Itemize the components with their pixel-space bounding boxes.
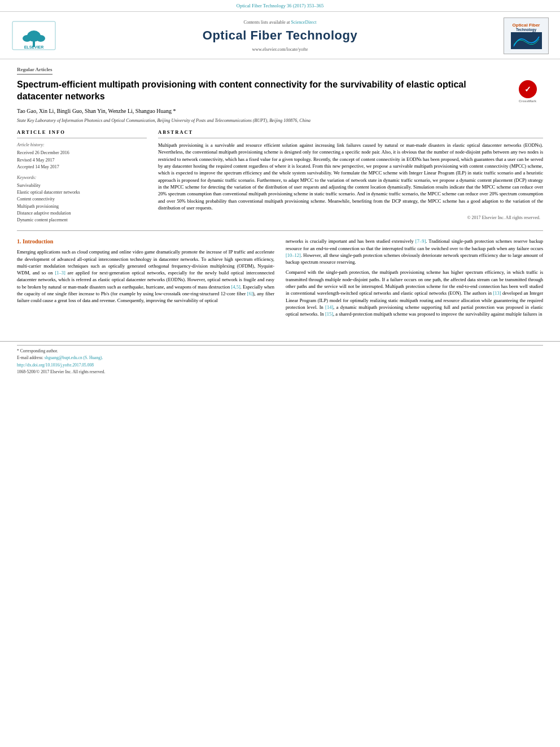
footer-section: * Corresponding author. E-mail address: … (0, 341, 560, 375)
article-info-header: ARTICLE INFO (17, 129, 147, 138)
keywords-label: Keywords: (17, 174, 147, 181)
ref-1-3[interactable]: [1–3] (55, 270, 65, 276)
svg-text:ELSEVIER: ELSEVIER (24, 45, 44, 49)
ref-7-9[interactable]: [7–9] (415, 238, 426, 244)
paper-title-area: Spectrum-efficient multipath provisionin… (17, 79, 543, 103)
keyword-4: Multipath provisioning (17, 203, 147, 209)
info-abstract-columns: ARTICLE INFO Article history: Received 2… (17, 129, 543, 224)
abstract-header: ABSTRACT (158, 129, 543, 138)
journal-bar: Optical Fiber Technology 36 (2017) 353–3… (0, 0, 560, 12)
introduction-heading: 1. Introduction (17, 238, 274, 246)
crossmark-badge[interactable]: ✓ CrossMark (512, 79, 543, 104)
journal-header-center: Contents lists available at ScienceDirec… (65, 19, 495, 53)
affiliation: State Key Laboratory of Information Phot… (17, 117, 543, 124)
elsevier-logo-area: ELSEVIER (11, 20, 56, 51)
cover-title: Optical Fiber (513, 23, 540, 28)
sciencedirect-link[interactable]: ScienceDirect (291, 20, 317, 25)
section-divider (17, 230, 543, 231)
ref-4-5[interactable]: [4,5] (231, 284, 240, 290)
journal-url: www.elsevier.com/locate/yofte (65, 46, 495, 53)
body-left-col: 1. Introduction Emerging applications su… (17, 238, 274, 321)
paper-title-text: Spectrum-efficient multipath provisionin… (17, 80, 466, 101)
received-date: Received 26 December 2016 (17, 150, 147, 156)
svg-point-3 (23, 35, 32, 42)
footer-divider (17, 345, 543, 346)
accepted-date: Accepted 14 May 2017 (17, 164, 147, 170)
keyword-5: Distance adaptive modulation (17, 210, 147, 216)
elsevier-logo-svg: ELSEVIER (11, 20, 56, 51)
ref-6[interactable]: [6] (247, 291, 253, 296)
corresponding-author-note: * Corresponding author. (17, 348, 543, 355)
revised-date: Revised 4 May 2017 (17, 157, 147, 163)
article-info-col: ARTICLE INFO Article history: Received 2… (17, 129, 147, 224)
ref-10-12[interactable]: [10–12] (286, 252, 301, 258)
email-link[interactable]: shguang@bupt.edu.cn (S. Huang). (45, 355, 103, 360)
svg-point-4 (36, 35, 45, 42)
journal-header: ELSEVIER Contents lists available at Sci… (0, 12, 560, 59)
ref-13[interactable]: [13] (493, 290, 501, 296)
ref-14[interactable]: [14] (325, 304, 333, 310)
cover-subtitle: Technology (516, 28, 536, 32)
body-columns: 1. Introduction Emerging applications su… (17, 238, 543, 321)
intro-para3: Compared with the single-path protection… (286, 269, 543, 317)
authors-line: Tao Gao, Xin Li, Bingli Guo, Shan Yin, W… (17, 107, 543, 115)
issn-note: 1068-5200/© 2017 Elsevier Inc. All right… (17, 369, 543, 375)
doi-note: http://dx.doi.org/10.1016/j.yofte.2017.0… (17, 362, 543, 369)
cover-image (511, 32, 542, 49)
abstract-col: ABSTRACT Multipath provisioning is a sur… (158, 129, 543, 224)
contents-line: Contents lists available at ScienceDirec… (65, 19, 495, 25)
ref-15[interactable]: [15] (325, 311, 333, 317)
crossmark-label: CrossMark (519, 99, 536, 104)
keyword-3: Content connectivity (17, 196, 147, 202)
intro-para1: Emerging applications such as cloud comp… (17, 248, 274, 304)
body-right-col: networks is crucially important and has … (286, 238, 543, 321)
history-label: Article history: (17, 142, 147, 148)
copyright: © 2017 Elsevier Inc. All rights reserved… (158, 215, 543, 221)
doi-link[interactable]: http://dx.doi.org/10.1016/j.yofte.2017.0… (17, 362, 94, 368)
intro-para2: networks is crucially important and has … (286, 238, 543, 265)
email-note: E-mail address: shguang@bupt.edu.cn (S. … (17, 355, 543, 361)
section-label: Regular Articles (17, 66, 53, 75)
journal-cover-thumbnail: Optical Fiber Technology (504, 18, 549, 54)
keyword-2: Elastic optical datacenter networks (17, 189, 147, 195)
crossmark-icon: ✓ (519, 80, 537, 98)
keyword-1: Survivability (17, 182, 147, 189)
keyword-6: Dynamic content placement (17, 217, 147, 223)
main-content: Regular Articles Spectrum-efficient mult… (0, 59, 560, 333)
journal-reference: Optical Fiber Technology 36 (2017) 353–3… (237, 3, 323, 8)
abstract-text: Multipath provisioning is a survivable a… (158, 142, 543, 211)
journal-title: Optical Fiber Technology (65, 27, 495, 45)
